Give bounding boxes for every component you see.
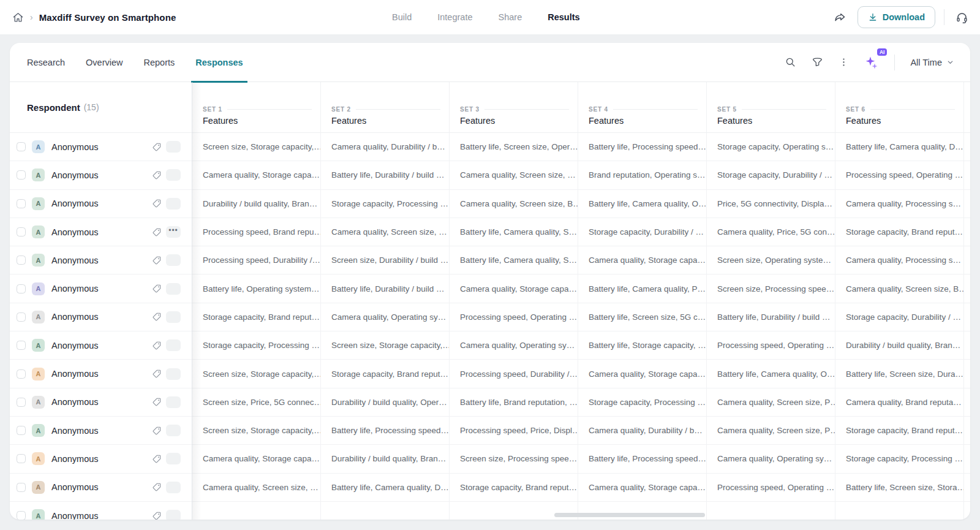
- set-column-header[interactable]: SET 5 Features: [706, 82, 835, 132]
- table-row[interactable]: A Anonymous Camera quality, Storage capa…: [10, 161, 970, 189]
- feature-cell[interactable]: Camera quality, Processing s…: [835, 246, 963, 274]
- tag-icon[interactable]: [152, 284, 162, 293]
- feature-cell[interactable]: Storage capacity, Brand reput…: [449, 474, 578, 501]
- feature-cell[interactable]: Battery life, Durability / build …: [706, 303, 835, 331]
- feature-cell[interactable]: Battery life, Processing speed…: [578, 133, 706, 161]
- nav-build[interactable]: Build: [392, 12, 412, 22]
- feature-cell[interactable]: Battery life, Camera quality, D…: [320, 474, 449, 501]
- feature-cell[interactable]: Battery life, Durability / build …: [320, 161, 449, 189]
- feature-cell[interactable]: Camera quality, Screen size, …: [192, 474, 320, 501]
- feature-cell[interactable]: Storage capacity, Durability / …: [578, 218, 706, 246]
- feature-cell[interactable]: [835, 502, 963, 520]
- row-checkbox[interactable]: [17, 511, 26, 520]
- set-column-header[interactable]: SET 6 Features: [835, 82, 963, 132]
- set-column-header[interactable]: SET 4 Features: [578, 82, 706, 132]
- feature-cell[interactable]: Durability / build quality, Bran…: [835, 331, 963, 359]
- feature-cell[interactable]: Battery life, Screen size, 5G c…: [578, 303, 706, 331]
- kebab-menu-icon[interactable]: [839, 56, 849, 68]
- feature-cell[interactable]: Durability / build quality, Oper…: [320, 388, 449, 416]
- table-row[interactable]: A Anonymous Processing speed, Durability…: [10, 246, 970, 274]
- feature-cell[interactable]: Battery life, Camera quality, S…: [449, 246, 578, 274]
- feature-cell[interactable]: Camera quality, Storage capa…: [192, 161, 320, 189]
- feature-cell[interactable]: Storage capacity, Brand reput…: [835, 417, 963, 444]
- table-row[interactable]: A Anonymous Screen size, Price, 5G conne…: [10, 388, 970, 417]
- row-more-button[interactable]: [166, 283, 181, 295]
- tag-icon[interactable]: [152, 426, 162, 436]
- row-checkbox[interactable]: [17, 199, 26, 208]
- feature-cell[interactable]: Battery life, Storage capacity, …: [578, 331, 706, 359]
- row-more-button[interactable]: [166, 198, 181, 210]
- horizontal-scrollbar[interactable]: [554, 513, 705, 517]
- row-more-button[interactable]: [166, 482, 181, 493]
- tab-responses[interactable]: Responses: [195, 43, 243, 82]
- row-checkbox[interactable]: [17, 170, 26, 180]
- row-more-button[interactable]: [166, 396, 181, 408]
- feature-cell[interactable]: Camera quality, Durability / b…: [320, 133, 449, 161]
- feature-cell[interactable]: Processing speed, Operating …: [835, 161, 963, 189]
- set-column-header[interactable]: SET 3 Features: [449, 82, 578, 132]
- share-forward-icon[interactable]: [832, 9, 849, 26]
- row-more-button[interactable]: [166, 141, 181, 153]
- tag-icon[interactable]: [152, 142, 162, 152]
- row-checkbox[interactable]: [17, 142, 26, 151]
- feature-cell[interactable]: Screen size, Storage capacity,…: [192, 133, 320, 161]
- row-more-button[interactable]: [166, 425, 181, 436]
- table-row[interactable]: A Anonymous Screen size, Storage capacit…: [10, 133, 970, 161]
- feature-cell[interactable]: Battery life, Processing speed…: [320, 417, 449, 444]
- feature-cell[interactable]: Camera quality, Screen size, B…: [449, 190, 578, 218]
- respondent-column-header[interactable]: Respondent (15): [10, 82, 192, 132]
- feature-cell[interactable]: Screen size, Storage capacity,…: [320, 331, 449, 359]
- row-more-button[interactable]: [166, 368, 181, 380]
- nav-results[interactable]: Results: [548, 12, 579, 22]
- table-row[interactable]: A Anonymous Battery life, Operating syst…: [10, 274, 970, 303]
- download-button[interactable]: Download: [858, 6, 935, 28]
- set-column-header[interactable]: SET 2 Features: [320, 82, 449, 132]
- table-row[interactable]: A Anonymous Screen size, Storage capacit…: [10, 417, 970, 445]
- home-icon[interactable]: [12, 12, 24, 23]
- row-more-button[interactable]: [166, 311, 181, 323]
- row-checkbox[interactable]: [17, 454, 26, 463]
- feature-cell[interactable]: Screen size, Storage capacity,…: [192, 360, 320, 387]
- search-icon[interactable]: [785, 56, 796, 68]
- row-checkbox[interactable]: [17, 426, 26, 435]
- table-row[interactable]: A Anonymous Screen size, Storage capacit…: [10, 360, 970, 388]
- feature-cell[interactable]: Processing speed, Operating …: [449, 303, 578, 331]
- nav-share[interactable]: Share: [499, 12, 522, 22]
- feature-cell[interactable]: Camera quality, Operating sy…: [706, 445, 835, 472]
- time-filter-dropdown[interactable]: All Time: [910, 58, 954, 67]
- row-checkbox[interactable]: [17, 256, 26, 265]
- row-checkbox[interactable]: [17, 227, 26, 237]
- feature-cell[interactable]: Price, 5G connectivity, Displa…: [706, 190, 835, 218]
- row-more-button[interactable]: [166, 510, 181, 520]
- table-row[interactable]: A Anonymous Durability / build quality, …: [10, 190, 970, 218]
- feature-cell[interactable]: Screen size, Price, 5G connec…: [192, 388, 320, 416]
- feature-cell[interactable]: Battery life, Camera quality, S…: [449, 218, 578, 246]
- table-row[interactable]: A Anonymous Storage capacity, Brand repu…: [10, 303, 970, 331]
- feature-cell[interactable]: Processing speed, Brand repu…: [192, 218, 320, 246]
- nav-integrate[interactable]: Integrate: [437, 12, 472, 22]
- feature-cell[interactable]: Battery life, Brand reputation, …: [449, 388, 578, 416]
- feature-cell[interactable]: Screen size, Processing spee…: [706, 274, 835, 302]
- feature-cell[interactable]: Storage capacity, Processing …: [578, 388, 706, 416]
- feature-cell[interactable]: Storage capacity, Operating s…: [706, 133, 835, 161]
- row-more-button[interactable]: [166, 169, 181, 181]
- feature-cell[interactable]: Battery life, Camera quality, O…: [578, 190, 706, 218]
- feature-cell[interactable]: Brand reputation, Operating s…: [578, 161, 706, 189]
- headset-support-icon[interactable]: [953, 9, 970, 26]
- feature-cell[interactable]: [192, 502, 320, 520]
- tag-icon[interactable]: [152, 256, 162, 265]
- ai-assistant-button[interactable]: AI: [864, 55, 879, 70]
- tag-icon[interactable]: [152, 511, 162, 520]
- feature-cell[interactable]: Storage capacity, Durability / …: [706, 161, 835, 189]
- row-checkbox[interactable]: [17, 369, 26, 379]
- feature-cell[interactable]: Battery life, Durability / build …: [320, 274, 449, 302]
- tag-icon[interactable]: [152, 170, 162, 180]
- feature-cell[interactable]: Battery life, Operating system…: [192, 274, 320, 302]
- row-more-button[interactable]: [166, 453, 181, 464]
- tag-icon[interactable]: [152, 199, 162, 208]
- tab-research[interactable]: Research: [27, 43, 65, 82]
- table-row[interactable]: A Anonymous Camera quality, Storage capa…: [10, 445, 970, 473]
- feature-cell[interactable]: Screen size, Processing spee…: [449, 445, 578, 472]
- feature-cell[interactable]: Durability / build quality, Bran…: [192, 190, 320, 218]
- row-checkbox[interactable]: [17, 341, 26, 350]
